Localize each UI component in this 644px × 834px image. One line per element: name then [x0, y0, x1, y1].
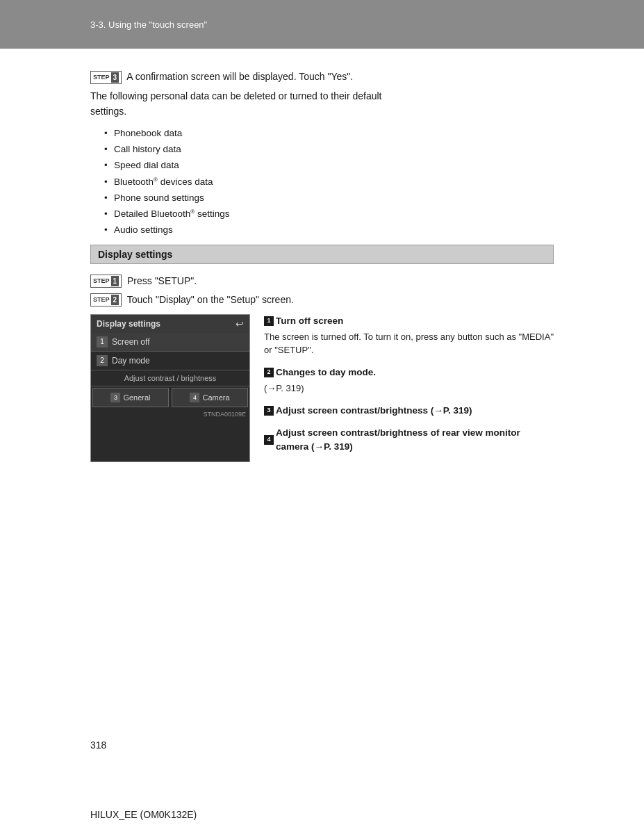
screen-code: STNDA00109E	[91, 409, 249, 420]
list-item: Detailed Bluetooth® settings	[104, 207, 554, 221]
screen-title-bar: Display settings ↩	[91, 315, 249, 333]
screen-btn-general-num: 3	[110, 393, 120, 402]
header-title: 3-3. Using the "touch screen"	[90, 19, 207, 30]
intro-text: The following personal data can be delet…	[90, 88, 554, 120]
desc-item-1: 1 Turn off screen The screen is turned o…	[264, 314, 554, 357]
screen-bottom-row: 3 General 4 Camera	[91, 386, 249, 409]
screen-adjust-text: Adjust contrast / brightness	[124, 374, 217, 382]
screen-item-num-1: 1	[97, 336, 108, 348]
step2-label: STEP	[93, 295, 110, 305]
model-text: HILUX_EE (OM0K132E)	[90, 809, 197, 820]
screen-btn-camera-num: 4	[190, 393, 199, 402]
step3-text: A confirmation screen will be displayed.…	[126, 71, 353, 82]
screen-btn-camera[interactable]: 4 Camera	[172, 388, 248, 407]
desc-num-1: 1	[264, 316, 274, 326]
list-item: Phone sound settings	[104, 191, 554, 205]
screen-item-1: 1 Screen off	[91, 333, 249, 352]
list-item: Bluetooth® devices data	[104, 175, 554, 189]
intro-line1: The following personal data can be delet…	[90, 90, 382, 101]
desc-item-2-body: (→P. 319)	[264, 382, 554, 395]
desc-item-3: 3 Adjust screen contrast/brightness (→P.…	[264, 404, 554, 418]
desc-num-2: 2	[264, 368, 274, 377]
step3-label: STEP	[93, 73, 110, 83]
step1-num: 1	[111, 276, 119, 286]
step2-num: 2	[111, 295, 119, 305]
step1-line: STEP 1 Press "SETUP".	[90, 274, 554, 288]
screen-item-text-2: Day mode	[112, 356, 150, 366]
desc-num-3: 3	[264, 406, 274, 416]
screen-btn-general[interactable]: 3 General	[92, 388, 169, 407]
header-bar: 3-3. Using the "touch screen"	[0, 0, 644, 49]
screen-btn-camera-text: Camera	[202, 393, 229, 402]
desc-item-1-body: The screen is turned off. To turn it on,…	[264, 330, 554, 357]
step1-text: Press "SETUP".	[127, 275, 197, 286]
step2-badge: STEP 2	[90, 293, 122, 306]
desc-num-4: 4	[264, 435, 274, 445]
list-item: Audio settings	[104, 223, 554, 237]
desc-item-1-header: 1 Turn off screen	[264, 314, 554, 328]
section-header: Display settings	[90, 245, 554, 264]
list-item: Call history data	[104, 142, 554, 156]
screen-item-text-1: Screen off	[112, 337, 149, 347]
step3-num: 3	[111, 72, 119, 83]
desc-item-4: 4 Adjust screen contrast/brightness of r…	[264, 426, 554, 455]
screen-item-num-2: 2	[97, 355, 108, 366]
step3-line: STEP 3 A confirmation screen will be dis…	[90, 70, 554, 84]
step1-badge: STEP 1	[90, 275, 122, 288]
desc-item-2-header: 2 Changes to day mode.	[264, 366, 554, 379]
desc-header-text-1: Turn off screen	[276, 314, 343, 328]
screen-item-2: 2 Day mode	[91, 352, 249, 370]
desc-header-text-3: Adjust screen contrast/brightness (→P. 3…	[276, 404, 472, 418]
page-num-text: 318	[90, 739, 106, 751]
desc-item-4-header: 4 Adjust screen contrast/brightness of r…	[264, 426, 554, 455]
desc-item-3-header: 3 Adjust screen contrast/brightness (→P.…	[264, 404, 554, 418]
section-header-text: Display settings	[98, 249, 172, 260]
two-col-layout: Display settings ↩ 1 Screen off 2 Day mo…	[90, 314, 554, 463]
model-footer: HILUX_EE (OM0K132E)	[90, 809, 197, 820]
intro-line2: settings.	[90, 106, 126, 117]
step2-line: STEP 2 Touch "Display" on the "Setup" sc…	[90, 293, 554, 307]
screen-back-icon: ↩	[236, 318, 244, 329]
list-item: Phonebook data	[104, 126, 554, 140]
step1-label: STEP	[93, 277, 110, 286]
step2-text: Touch "Display" on the "Setup" screen.	[127, 294, 294, 305]
screen-btn-general-text: General	[123, 393, 150, 402]
screen-mockup: Display settings ↩ 1 Screen off 2 Day mo…	[90, 314, 250, 463]
list-item: Speed dial data	[104, 158, 554, 172]
step3-badge: STEP 3	[90, 71, 122, 84]
screen-adjust-row: Adjust contrast / brightness	[91, 370, 249, 386]
descriptions-column: 1 Turn off screen The screen is turned o…	[264, 314, 554, 463]
desc-header-text-2: Changes to day mode.	[276, 366, 376, 379]
desc-header-text-4: Adjust screen contrast/brightness of rea…	[276, 426, 554, 455]
screen-title: Display settings	[97, 319, 160, 329]
desc-item-2: 2 Changes to day mode. (→P. 319)	[264, 366, 554, 395]
main-content: STEP 3 A confirmation screen will be dis…	[0, 49, 644, 483]
page-number: 318	[90, 739, 106, 751]
bullet-list: Phonebook data Call history data Speed d…	[104, 126, 554, 238]
